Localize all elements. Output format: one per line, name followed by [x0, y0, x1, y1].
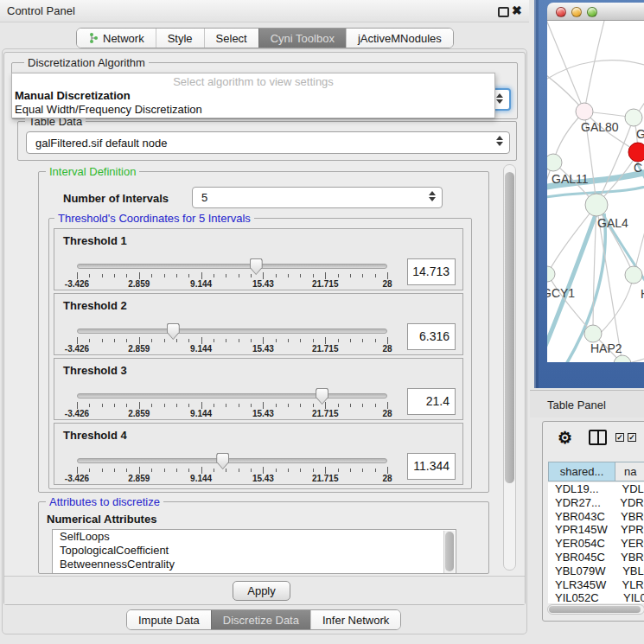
table-row[interactable]: YDL19...YDL1 [548, 482, 644, 496]
tab-select[interactable]: Select [204, 29, 258, 48]
network-node-gal80[interactable] [576, 103, 593, 120]
network-edge [584, 21, 605, 112]
tab-infer-network[interactable]: Infer Network [310, 610, 400, 629]
combobox-arrows-icon [496, 93, 503, 104]
network-node-gcy1[interactable] [547, 266, 555, 282]
cell-name[interactable]: YER0 [618, 537, 644, 551]
apply-button[interactable]: Apply [233, 581, 290, 601]
threshold-slider-track[interactable] [77, 458, 387, 463]
tab-discretize-data[interactable]: Discretize Data [211, 610, 310, 629]
numerical-attributes-label: Numerical Attributes [47, 513, 156, 526]
network-node-gal4[interactable] [585, 194, 608, 216]
table-row[interactable]: YBR043CYBR0 [548, 510, 644, 524]
checkbox-icon[interactable]: ✓ [615, 433, 624, 442]
cell-name[interactable]: YPR1 [618, 523, 644, 537]
cell-name[interactable]: YLR3 [619, 578, 644, 592]
network-node-c[interactable] [628, 143, 644, 162]
table-hscrollbar[interactable] [547, 604, 644, 615]
attribute-item[interactable]: SelfLoops [53, 530, 456, 544]
control-panel-titlebar: Control Panel ✖ [0, 0, 529, 22]
panel-scrollbar-thumb[interactable] [505, 172, 514, 483]
cell-name[interactable]: YDL1 [619, 482, 644, 496]
cell-shared-name[interactable]: YDL19... [548, 482, 619, 496]
checkbox-icon[interactable]: ✓ [628, 433, 636, 442]
attributes-group-label: Attributes to discretize [46, 495, 163, 508]
window-close-icon[interactable] [556, 7, 566, 17]
cell-name[interactable]: YIL0 [621, 591, 644, 603]
panel-scrollbar[interactable] [503, 164, 516, 571]
threshold-slider-track[interactable] [77, 393, 387, 399]
control-panel-tabs: NetworkStyleSelectCyni ToolboxjActiveMNo… [76, 28, 454, 48]
network-window-titlebar[interactable] [547, 3, 644, 21]
table-row[interactable]: YDR27...YDR2 [548, 496, 644, 510]
tab-network[interactable]: Network [77, 29, 156, 48]
thresholds-group-label: Threshold's Coordinates for 5 Intervals [54, 212, 254, 225]
dropdown-option-equal-width[interactable]: Equal Width/Frequency Discretization [15, 103, 202, 116]
network-node-gal11[interactable] [547, 154, 562, 171]
list-scrollbar[interactable] [443, 531, 455, 574]
interval-definition-label: Interval Definition [46, 165, 139, 178]
dropdown-option-manual[interactable]: Manual Discretization [15, 89, 131, 102]
cell-name[interactable]: YBR0 [618, 551, 644, 564]
network-edge [547, 21, 584, 112]
network-node-label: H [641, 287, 644, 301]
cell-shared-name[interactable]: YBR043C [548, 510, 618, 524]
split-columns-icon[interactable] [589, 430, 607, 445]
cell-name[interactable]: YDR2 [617, 496, 644, 510]
network-node-label: GAL11 [552, 172, 589, 186]
number-of-intervals-combobox[interactable]: 5 [192, 187, 443, 208]
cell-shared-name[interactable]: YER054C [548, 537, 618, 551]
cyni-bottom-tabs: Impute DataDiscretize DataInfer Network [126, 609, 401, 630]
cell-name[interactable]: YBR0 [618, 510, 644, 524]
table-row[interactable]: YPR145WYPR1 [548, 523, 644, 537]
table-row[interactable]: YIL052CYIL0 [548, 591, 644, 603]
threshold-label: Threshold 2 [63, 299, 127, 312]
cell-shared-name[interactable]: YIL052C [548, 591, 621, 603]
network-view-canvas[interactable]: GAL80GCGAL11GAL4GCY1HHAP2 [547, 21, 644, 362]
numerical-attributes-list[interactable]: SelfLoopsTopologicalCoefficientBetweenne… [52, 529, 456, 574]
network-node-label: HAP2 [590, 341, 622, 355]
slider-tick-labels: -3.4262.8599.14415.4321.71528 [77, 474, 387, 484]
window-zoom-icon[interactable] [587, 7, 597, 17]
column-header-shared-name[interactable]: shared... [548, 462, 615, 481]
network-icon [88, 32, 99, 44]
threshold-value-field[interactable]: 21.4 [407, 388, 456, 415]
table-row[interactable]: YBR045CYBR0 [548, 551, 644, 564]
threshold-value-field[interactable]: 6.316 [407, 323, 456, 350]
tab-cyni-toolbox[interactable]: Cyni Toolbox [258, 29, 346, 48]
close-panel-icon[interactable]: ✖ [512, 3, 522, 17]
cell-name[interactable]: YBL0 [620, 564, 644, 578]
tab-impute-data[interactable]: Impute Data [127, 610, 211, 629]
table-data-combobox[interactable]: galFiltered.sif default node [26, 131, 510, 154]
network-node-g[interactable] [625, 109, 642, 126]
threshold-slider-track[interactable] [77, 264, 387, 269]
network-node-hap2[interactable] [584, 325, 602, 342]
float-panel-icon[interactable] [498, 7, 509, 17]
dropdown-hint: Select algorithm to view settings [12, 75, 494, 88]
threshold-label: Threshold 4 [63, 429, 127, 442]
network-node-h[interactable] [625, 266, 642, 284]
cell-shared-name[interactable]: YDR27... [548, 496, 617, 510]
attribute-item[interactable]: TopologicalCoefficient [53, 544, 456, 558]
network-edge [547, 61, 644, 86]
cell-shared-name[interactable]: YBR045C [548, 551, 618, 564]
threshold-slider-track[interactable] [77, 328, 387, 334]
threshold-panel-4: Threshold 4-3.4262.8599.14415.4321.71528… [54, 423, 463, 485]
threshold-value-field[interactable]: 11.344 [407, 453, 456, 480]
screenshot-root: Control Panel ✖ NetworkStyleSelectCyni T… [0, 0, 644, 644]
column-header-name[interactable]: na [615, 462, 644, 481]
table-hscrollbar-thumb[interactable] [549, 606, 641, 613]
gear-icon[interactable]: ⚙ [558, 428, 572, 448]
table-row[interactable]: YLR345WYLR3 [548, 578, 644, 592]
cell-shared-name[interactable]: YPR145W [548, 523, 618, 537]
network-node[interactable] [614, 355, 631, 362]
tab-style[interactable]: Style [156, 29, 204, 48]
threshold-value-field[interactable]: 14.713 [407, 258, 456, 285]
table-row[interactable]: YER054CYER0 [548, 537, 644, 551]
table-row[interactable]: YBL079WYBL0 [548, 564, 644, 578]
tab-jactivemnodules[interactable]: jActiveMNodules [346, 29, 453, 48]
cell-shared-name[interactable]: YBL079W [548, 564, 620, 578]
attribute-item[interactable]: BetweennessCentrality [53, 558, 456, 571]
cell-shared-name[interactable]: YLR345W [548, 578, 619, 592]
window-minimize-icon[interactable] [571, 7, 582, 17]
